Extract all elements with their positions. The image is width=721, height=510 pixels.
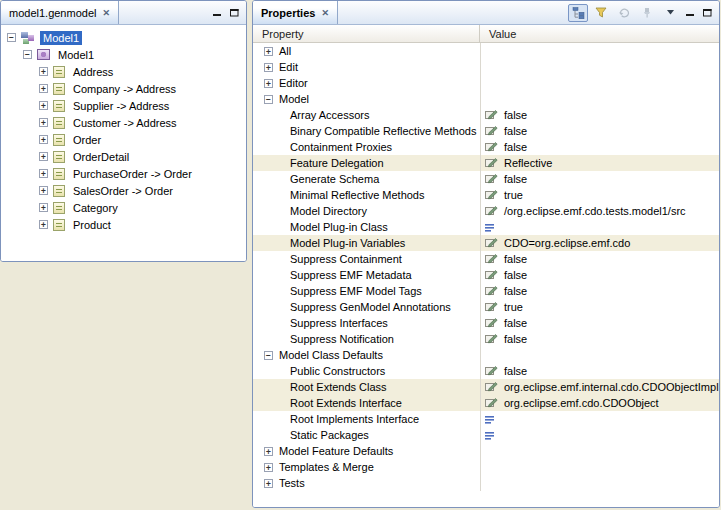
tree-item-label: Order [70,133,104,147]
property-value: Reflective [504,157,552,169]
view-menu-button[interactable] [660,4,680,22]
property-row[interactable]: Model Directory/org.eclipse.emf.cdo.test… [253,203,719,219]
property-row[interactable]: Model Plug-in VariablesCDO=org.eclipse.e… [253,235,719,251]
expand-toggle-icon[interactable]: + [39,169,48,178]
property-row[interactable]: Minimal Reflective Methodstrue [253,187,719,203]
property-category-row[interactable]: +All [253,43,719,59]
tree-item[interactable]: −Model1 [3,46,244,63]
property-row[interactable]: Static Packages [253,427,719,443]
property-category-row[interactable]: +Templates & Merge [253,459,719,475]
property-category-row[interactable]: −Model Class Defaults [253,347,719,363]
expand-toggle-icon[interactable]: + [39,186,48,195]
property-category-row[interactable]: +Edit [253,59,719,75]
show-categories-button[interactable] [568,4,588,22]
collapse-toggle-icon[interactable]: − [264,351,273,360]
tree-item[interactable]: +Company -> Address [3,80,244,97]
property-row[interactable]: Suppress EMF Model Tagsfalse [253,283,719,299]
property-cell: +All [253,43,480,59]
tab-properties[interactable]: Properties ✕ [253,1,338,24]
property-category-row[interactable]: +Tests [253,475,719,491]
expand-toggle-icon[interactable]: + [39,118,48,127]
expand-toggle-icon[interactable]: + [264,463,273,472]
column-header-value[interactable]: Value [480,25,719,42]
minimize-icon[interactable] [683,6,697,20]
tree-item[interactable]: +Category [3,199,244,216]
property-value: false [504,141,527,153]
editor-tab-label: model1.genmodel [9,7,96,19]
property-row[interactable]: Suppress EMF Metadatafalse [253,267,719,283]
property-category-row[interactable]: +Editor [253,75,719,91]
expand-toggle-icon[interactable]: + [264,479,273,488]
property-name: Root Extends Interface [290,397,402,409]
show-advanced-properties-button[interactable] [591,4,611,22]
genclass-icon [53,202,65,214]
property-row[interactable]: Generate Schemafalse [253,171,719,187]
column-header-property[interactable]: Property [253,25,480,42]
property-row[interactable]: Suppress Containmentfalse [253,251,719,267]
property-cell: +Model Feature Defaults [253,443,480,459]
property-name: All [279,45,291,57]
property-cell: +Templates & Merge [253,459,480,475]
expand-toggle-icon[interactable]: + [39,220,48,229]
genpackage-icon [37,49,50,60]
tree-item[interactable]: +Address [3,63,244,80]
property-row[interactable]: Suppress GenModel Annotationstrue [253,299,719,315]
tab-model1-genmodel[interactable]: model1.genmodel ✕ [1,1,119,24]
property-row[interactable]: Suppress Interfacesfalse [253,315,719,331]
value-cell [480,43,719,59]
property-row[interactable]: Root Implements Interface [253,411,719,427]
collapse-toggle-icon[interactable]: − [23,50,32,59]
property-cell: Model Plug-in Variables [253,235,480,251]
close-icon[interactable]: ✕ [102,8,110,18]
genmodel-icon [21,31,35,45]
restore-default-value-icon [618,7,630,18]
property-cell: Array Accessors [253,107,480,123]
property-row[interactable]: Suppress Notificationfalse [253,331,719,347]
expand-toggle-icon[interactable]: + [39,203,48,212]
expand-toggle-icon[interactable]: + [264,447,273,456]
tree-item[interactable]: +PurchaseOrder -> Order [3,165,244,182]
expand-toggle-icon[interactable]: + [39,67,48,76]
tree-item[interactable]: +SalesOrder -> Order [3,182,244,199]
value-cell [480,411,719,427]
tree-item[interactable]: +OrderDetail [3,148,244,165]
property-row[interactable]: Feature DelegationReflective [253,155,719,171]
tree-item[interactable]: −Model1 [3,29,244,46]
value-cell: org.eclipse.emf.cdo.CDOObject [480,395,719,411]
maximize-icon[interactable] [227,6,241,20]
property-row[interactable]: Root Extends Classorg.eclipse.emf.intern… [253,379,719,395]
property-row[interactable]: Array Accessorsfalse [253,107,719,123]
property-category-row[interactable]: −Model [253,91,719,107]
expand-toggle-icon[interactable]: + [264,47,273,56]
property-value: false [504,109,527,121]
expand-toggle-icon[interactable]: + [39,84,48,93]
expand-toggle-icon[interactable]: + [39,135,48,144]
property-value: false [504,333,527,345]
minimize-icon[interactable] [210,6,224,20]
property-row[interactable]: Public Constructorsfalse [253,363,719,379]
expand-toggle-icon[interactable]: + [264,79,273,88]
tree-item[interactable]: +Order [3,131,244,148]
tree-item[interactable]: +Supplier -> Address [3,97,244,114]
tree-item[interactable]: +Customer -> Address [3,114,244,131]
property-category-row[interactable]: +Model Feature Defaults [253,443,719,459]
collapse-toggle-icon[interactable]: − [7,33,16,42]
expand-toggle-icon[interactable]: + [264,63,273,72]
property-row[interactable]: Binary Compatible Reflective Methodsfals… [253,123,719,139]
maximize-icon[interactable] [700,6,714,20]
restore-default-value-button[interactable] [614,4,634,22]
property-row[interactable]: Root Extends Interfaceorg.eclipse.emf.cd… [253,395,719,411]
property-row[interactable]: Model Plug-in Class [253,219,719,235]
expand-toggle-icon[interactable]: + [39,152,48,161]
writable-value-icon [485,206,499,216]
property-row[interactable]: Containment Proxiesfalse [253,139,719,155]
close-icon[interactable]: ✕ [321,8,329,18]
collapse-toggle-icon[interactable]: − [264,95,273,104]
property-name: Model Feature Defaults [279,445,393,457]
writable-value-icon [485,174,499,184]
tree-item-label: Customer -> Address [70,116,180,130]
expand-toggle-icon[interactable]: + [39,101,48,110]
property-name: Generate Schema [290,173,379,185]
tree-item[interactable]: +Product [3,216,244,233]
pin-to-selection-button[interactable] [637,4,657,22]
